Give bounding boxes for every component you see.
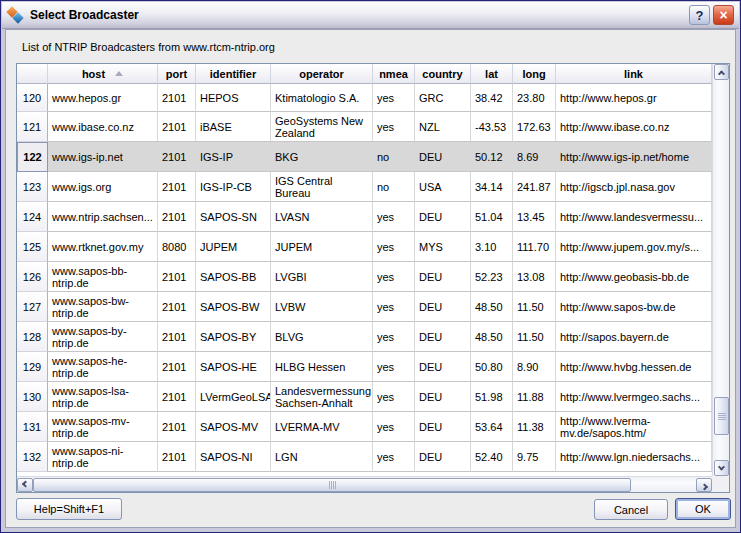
table-row[interactable]: 127www.sapos-bw- ntrip.de2101SAPOS-BWLVB…: [17, 292, 712, 322]
cell-host[interactable]: www.sapos-bb- ntrip.de: [48, 262, 158, 292]
cell-host[interactable]: www.sapos-bw- ntrip.de: [48, 292, 158, 322]
cell-link[interactable]: http://igscb.jpl.nasa.gov: [556, 172, 712, 202]
cell-link[interactable]: http://www.hvbg.hessen.de: [556, 352, 712, 382]
cell-identifier[interactable]: SAPOS-HE: [196, 352, 271, 382]
table-row[interactable]: 120www.hepos.gr2101HEPOSKtimatologio S.A…: [17, 84, 712, 112]
cell-port[interactable]: 2101: [158, 172, 196, 202]
cell-nmea[interactable]: yes: [373, 292, 415, 322]
cell-port[interactable]: 2101: [158, 142, 196, 172]
scroll-up-button[interactable]: [714, 64, 729, 80]
cell-lat[interactable]: 51.98: [471, 382, 513, 412]
horizontal-scrollbar-thumb[interactable]: [33, 478, 631, 492]
cell-identifier[interactable]: iBASE: [196, 112, 271, 142]
cell-row-number[interactable]: 123: [17, 172, 48, 202]
scroll-down-button[interactable]: [714, 460, 729, 476]
cell-lat[interactable]: 52.23: [471, 262, 513, 292]
cell-long[interactable]: 11.38: [513, 412, 556, 442]
cell-link[interactable]: http://www.hepos.gr: [556, 84, 712, 112]
cell-port[interactable]: 2101: [158, 292, 196, 322]
cell-row-number[interactable]: 125: [17, 232, 48, 262]
cell-port[interactable]: 2101: [158, 412, 196, 442]
cell-identifier[interactable]: IGS-IP: [196, 142, 271, 172]
cell-link[interactable]: http://www.geobasis-bb.de: [556, 262, 712, 292]
cell-link[interactable]: http://www.lvermgeo.sachs...: [556, 382, 712, 412]
column-header-country[interactable]: country: [415, 64, 471, 84]
cell-port[interactable]: 2101: [158, 442, 196, 472]
table-row[interactable]: 130www.sapos-lsa- ntrip.de2101LVermGeoLS…: [17, 382, 712, 412]
cell-row-number[interactable]: 124: [17, 202, 48, 232]
cell-link[interactable]: http://www.sapos-bw.de: [556, 292, 712, 322]
cell-row-number[interactable]: 132: [17, 442, 48, 472]
cell-operator[interactable]: LVASN: [271, 202, 373, 232]
cell-link[interactable]: http://www.jupem.gov.my/s...: [556, 232, 712, 262]
cell-port[interactable]: 2101: [158, 322, 196, 352]
cell-country[interactable]: DEU: [415, 322, 471, 352]
cell-lat[interactable]: 48.50: [471, 322, 513, 352]
cell-nmea[interactable]: no: [373, 142, 415, 172]
cell-operator[interactable]: BKG: [271, 142, 373, 172]
cell-long[interactable]: 13.45: [513, 202, 556, 232]
table-row[interactable]: 129www.sapos-he- ntrip.de2101SAPOS-HEHLB…: [17, 352, 712, 382]
cell-operator[interactable]: IGS Central Bureau: [271, 172, 373, 202]
cell-row-number[interactable]: 126: [17, 262, 48, 292]
cell-identifier[interactable]: SAPOS-BY: [196, 322, 271, 352]
cell-port[interactable]: 2101: [158, 202, 196, 232]
cell-country[interactable]: GRC: [415, 84, 471, 112]
cell-host[interactable]: www.rtknet.gov.my: [48, 232, 158, 262]
cell-nmea[interactable]: no: [373, 172, 415, 202]
table-row[interactable]: 121www.ibase.co.nz2101iBASEGeoSystems Ne…: [17, 112, 712, 142]
cell-long[interactable]: 9.75: [513, 442, 556, 472]
cell-row-number[interactable]: 129: [17, 352, 48, 382]
cell-nmea[interactable]: yes: [373, 84, 415, 112]
vertical-scrollbar[interactable]: [712, 64, 729, 476]
column-header-link[interactable]: link: [556, 64, 712, 84]
cell-lat[interactable]: 51.04: [471, 202, 513, 232]
cell-country[interactable]: USA: [415, 172, 471, 202]
cell-country[interactable]: DEU: [415, 142, 471, 172]
cell-row-number[interactable]: 131: [17, 412, 48, 442]
cell-long[interactable]: 23.80: [513, 84, 556, 112]
cell-host[interactable]: www.sapos-ni- ntrip.de: [48, 442, 158, 472]
cell-operator[interactable]: Ktimatologio S.A.: [271, 84, 373, 112]
cell-identifier[interactable]: LVermGeoLSA: [196, 382, 271, 412]
cell-host[interactable]: www.igs.org: [48, 172, 158, 202]
cell-long[interactable]: 241.87: [513, 172, 556, 202]
cell-identifier[interactable]: SAPOS-BW: [196, 292, 271, 322]
cell-nmea[interactable]: yes: [373, 382, 415, 412]
cell-host[interactable]: www.sapos-mv- ntrip.de: [48, 412, 158, 442]
cell-lat[interactable]: -43.53: [471, 112, 513, 142]
cell-port[interactable]: 2101: [158, 112, 196, 142]
cell-identifier[interactable]: SAPOS-SN: [196, 202, 271, 232]
cell-port[interactable]: 8080: [158, 232, 196, 262]
cell-host[interactable]: www.sapos-lsa- ntrip.de: [48, 382, 158, 412]
cell-long[interactable]: 13.08: [513, 262, 556, 292]
cell-operator[interactable]: LVBW: [271, 292, 373, 322]
cell-row-number[interactable]: 121: [17, 112, 48, 142]
cell-country[interactable]: DEU: [415, 412, 471, 442]
column-header-lat[interactable]: lat: [471, 64, 513, 84]
cell-host[interactable]: www.ibase.co.nz: [48, 112, 158, 142]
cell-lat[interactable]: 34.14: [471, 172, 513, 202]
cell-row-number[interactable]: 130: [17, 382, 48, 412]
cell-country[interactable]: DEU: [415, 262, 471, 292]
vertical-scrollbar-thumb[interactable]: [714, 397, 729, 435]
cancel-button[interactable]: Cancel: [594, 499, 668, 520]
table-row[interactable]: 126www.sapos-bb- ntrip.de2101SAPOS-BBLVG…: [17, 262, 712, 292]
cell-operator[interactable]: LGN: [271, 442, 373, 472]
cell-port[interactable]: 2101: [158, 84, 196, 112]
context-help-button[interactable]: ?: [689, 5, 710, 25]
cell-country[interactable]: MYS: [415, 232, 471, 262]
column-header-host[interactable]: host: [48, 64, 158, 84]
cell-link[interactable]: http://www.landesvermessu...: [556, 202, 712, 232]
scroll-right-button[interactable]: [696, 478, 712, 492]
cell-lat[interactable]: 38.42: [471, 84, 513, 112]
cell-row-number[interactable]: 120: [17, 84, 48, 112]
cell-host[interactable]: www.ntrip.sachsen...: [48, 202, 158, 232]
column-header-num[interactable]: [17, 64, 48, 84]
cell-host[interactable]: www.sapos-he- ntrip.de: [48, 352, 158, 382]
cell-country[interactable]: DEU: [415, 292, 471, 322]
cell-country[interactable]: DEU: [415, 352, 471, 382]
cell-long[interactable]: 11.88: [513, 382, 556, 412]
cell-operator[interactable]: Landesvermessung Sachsen-Anhalt: [271, 382, 373, 412]
cell-row-number[interactable]: 128: [17, 322, 48, 352]
